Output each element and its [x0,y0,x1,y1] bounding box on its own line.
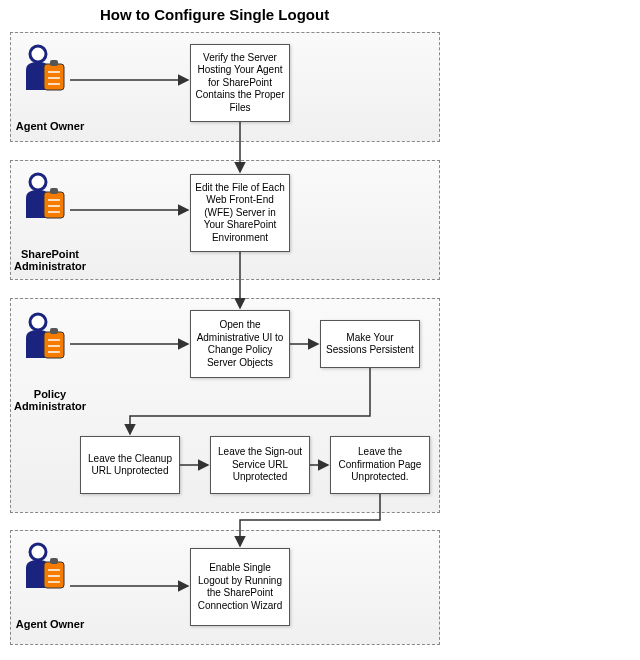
svg-rect-11 [50,558,58,564]
svg-point-9 [30,544,46,560]
svg-rect-2 [50,60,58,66]
svg-point-0 [30,46,46,62]
svg-point-6 [30,314,46,330]
actor-icon [20,310,70,370]
step-open-admin-ui: Open the Administrative UI to Change Pol… [190,310,290,378]
role-label: Policy Administrator [10,388,90,412]
actor-icon [20,42,70,102]
role-label: Agent Owner [10,618,90,630]
svg-rect-8 [50,328,58,334]
actor-icon [20,540,70,600]
role-label: Agent Owner [10,120,90,132]
svg-point-3 [30,174,46,190]
step-confirmation-page: Leave the Confirmation Page Unprotected. [330,436,430,494]
step-verify-server: Verify the Server Hosting Your Agent for… [190,44,290,122]
step-sessions-persistent: Make Your Sessions Persistent [320,320,420,368]
svg-rect-1 [44,64,64,90]
svg-rect-7 [44,332,64,358]
step-signout-url: Leave the Sign-out Service URL Unprotect… [210,436,310,494]
svg-rect-5 [50,188,58,194]
step-cleanup-url: Leave the Cleanup URL Unprotected [80,436,180,494]
diagram-title: How to Configure Single Logout [100,6,329,23]
diagram-canvas: How to Configure Single Logout Agent Own… [0,0,640,660]
step-edit-wfe: Edit the File of Each Web Front-End (WFE… [190,174,290,252]
svg-rect-4 [44,192,64,218]
role-label: SharePoint Administrator [10,248,90,272]
step-enable-slo: Enable Single Logout by Running the Shar… [190,548,290,626]
svg-rect-10 [44,562,64,588]
actor-icon [20,170,70,230]
